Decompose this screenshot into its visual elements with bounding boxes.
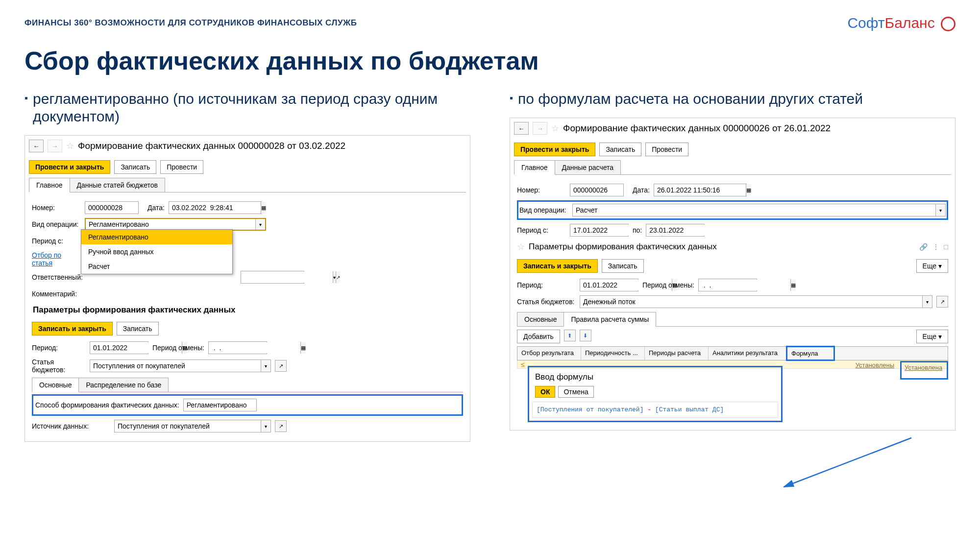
article-open-btn[interactable]: ↗ xyxy=(936,296,948,308)
calendar-icon[interactable]: ▦ xyxy=(300,342,306,354)
more-button-2[interactable]: Еще ▾ xyxy=(916,330,948,343)
write-button[interactable]: Записать xyxy=(114,160,156,174)
bullet-icon: ▪ xyxy=(24,93,28,104)
save-close-button[interactable]: Записать и закрыть xyxy=(517,259,598,273)
post-and-close-button[interactable]: Провести и закрыть xyxy=(29,160,110,174)
more-button[interactable]: Еще ▾ xyxy=(916,259,948,273)
period-cancel-input[interactable] xyxy=(209,342,300,353)
dd-item-calc[interactable]: Расчет xyxy=(81,259,232,274)
label-article: Статья бюджетов: xyxy=(517,298,576,306)
period-cancel-input[interactable] xyxy=(699,280,790,290)
cancel-button[interactable]: Отмена xyxy=(558,386,593,398)
article-dropdown-btn[interactable]: ▾ xyxy=(922,296,932,308)
rules-table-header: Отбор результата Периодичность ... Перио… xyxy=(517,346,948,360)
article-input[interactable] xyxy=(580,296,922,307)
back-button[interactable]: ← xyxy=(29,140,44,152)
box-icon[interactable]: □ xyxy=(944,243,948,251)
analytics-link[interactable]: Установлены xyxy=(856,361,894,369)
method-input[interactable] xyxy=(183,399,257,411)
label-period-from: Период с: xyxy=(517,226,566,234)
star-icon[interactable]: ☆ xyxy=(517,241,525,252)
tab-distribution[interactable]: Распределение по базе xyxy=(78,378,169,392)
op-type-input[interactable] xyxy=(573,205,935,216)
save-close-button[interactable]: Записать и закрыть xyxy=(32,322,113,335)
label-responsible: Ответственный: xyxy=(32,273,81,281)
calendar-icon[interactable]: ▦ xyxy=(790,279,796,291)
move-up-button[interactable]: ⬆ xyxy=(564,330,576,341)
window-title: Формирование фактических данных 00000002… xyxy=(78,141,345,151)
more-dots-icon[interactable]: ⋮ xyxy=(932,243,939,251)
op-type-input[interactable] xyxy=(86,219,255,230)
star-icon[interactable]: ☆ xyxy=(551,123,559,134)
period-to-input[interactable] xyxy=(646,225,738,236)
label-method: Способ формирования фактических данных: xyxy=(35,401,179,409)
article-open-btn[interactable]: ↗ xyxy=(275,360,287,372)
link-icon[interactable]: 🔗 xyxy=(919,243,928,251)
source-dropdown-btn[interactable]: ▾ xyxy=(261,420,270,432)
write-button-2[interactable]: Записать xyxy=(602,259,644,273)
post-button[interactable]: Провести xyxy=(160,160,203,174)
params-title: Параметры формирования фактических данны… xyxy=(33,305,463,315)
label-date: Дата: xyxy=(147,204,165,212)
forward-button[interactable]: → xyxy=(48,140,62,152)
date-input[interactable] xyxy=(169,202,261,213)
logo-icon xyxy=(941,17,956,31)
star-icon[interactable]: ☆ xyxy=(66,141,74,151)
tab-basic[interactable]: Основные xyxy=(517,312,564,326)
label-period-from: Период с: xyxy=(32,237,81,245)
slide-header: ФИНАНСЫ 360° ВОЗМОЖНОСТИ ДЛЯ СОТРУДНИКОВ… xyxy=(24,18,357,28)
source-input[interactable] xyxy=(115,421,261,431)
number-input[interactable] xyxy=(570,184,624,196)
article-input[interactable] xyxy=(90,360,261,371)
responsible-open-btn[interactable]: ↗ xyxy=(336,271,340,283)
tab-rules[interactable]: Правила расчета суммы xyxy=(564,312,656,327)
article-dropdown-btn[interactable]: ▾ xyxy=(261,360,270,372)
params-title-right: Параметры формирования фактических данны… xyxy=(529,242,717,252)
label-op-type: Вид операции: xyxy=(519,206,568,214)
forward-button[interactable]: → xyxy=(533,122,547,135)
th-formula: Формула xyxy=(786,346,835,361)
write-button[interactable]: Записать xyxy=(599,143,641,156)
op-type-dropdown[interactable]: Регламентировано Ручной ввод данных Расч… xyxy=(81,229,233,274)
op-type-dropdown-btn[interactable]: ▾ xyxy=(935,204,945,216)
row-marker-icon: ≤ xyxy=(517,360,528,368)
dd-item-manual[interactable]: Ручной ввод данных xyxy=(81,244,232,259)
left-window: ← → ☆ Формирование фактических данных 00… xyxy=(24,135,470,442)
post-and-close-button[interactable]: Провести и закрыть xyxy=(514,143,595,156)
formula-title: Ввод формулы xyxy=(535,372,778,382)
label-period2: Период: xyxy=(517,281,576,289)
tab-main[interactable]: Главное xyxy=(29,178,70,192)
label-date: Дата: xyxy=(633,186,650,194)
tab-main[interactable]: Главное xyxy=(514,160,555,175)
write-button-2[interactable]: Записать xyxy=(117,322,159,335)
calendar-icon[interactable]: ▦ xyxy=(261,202,266,214)
label-comment: Комментарий: xyxy=(32,290,81,298)
post-button[interactable]: Провести xyxy=(645,143,688,156)
dd-item-reglament[interactable]: Регламентировано xyxy=(81,230,232,244)
date-input[interactable] xyxy=(654,185,746,195)
label-number: Номер: xyxy=(517,186,566,194)
bullet-right: по формулам расчета на основании других … xyxy=(518,90,863,108)
back-button[interactable]: ← xyxy=(514,122,529,135)
formula-link[interactable]: Установлена xyxy=(905,364,942,371)
number-input[interactable] xyxy=(85,201,139,214)
add-button[interactable]: Добавить xyxy=(517,330,560,343)
calendar-icon[interactable]: ▦ xyxy=(746,184,751,196)
label-period-to: по: xyxy=(633,226,642,234)
formula-text[interactable]: [Поступления от покупателей] - [Статьи в… xyxy=(532,402,778,418)
label-period-cancel: Период отмены: xyxy=(152,344,204,352)
responsible-input[interactable] xyxy=(241,272,333,283)
th-analytics: Аналитики результата xyxy=(709,347,787,360)
ok-button[interactable]: ОК xyxy=(535,386,555,398)
label-number: Номер: xyxy=(32,204,81,212)
label-period-cancel: Период отмены: xyxy=(642,281,694,289)
selection-link[interactable]: Отбор по статья xyxy=(32,251,81,267)
tab-budget-data[interactable]: Данные статей бюджетов xyxy=(70,178,166,192)
source-open-btn[interactable]: ↗ xyxy=(275,420,287,432)
th-calc-periods: Периоды расчета xyxy=(645,347,709,360)
bullet-icon: ▪ xyxy=(510,93,513,104)
move-down-button[interactable]: ⬇ xyxy=(580,330,591,341)
op-type-dropdown-btn[interactable]: ▾ xyxy=(255,219,265,230)
tab-basic[interactable]: Основные xyxy=(32,378,79,392)
tab-calc-data[interactable]: Данные расчета xyxy=(555,160,621,174)
